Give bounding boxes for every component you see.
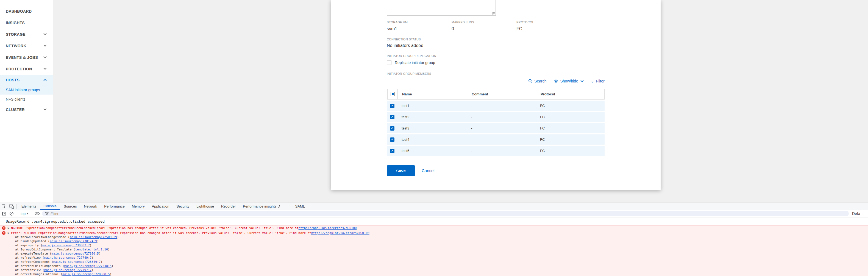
angular-error-link[interactable]: https://angular.io/errors/NG0100: [311, 231, 369, 235]
column-header-name[interactable]: Name: [398, 89, 467, 99]
column-header-comment[interactable]: Comment: [467, 89, 536, 99]
sidebar-item-dashboard[interactable]: DASHBOARD: [0, 5, 53, 17]
stack-source-link[interactable]: main.js:sourcemap:727749:7: [44, 256, 91, 259]
tab-application[interactable]: Application: [148, 203, 173, 210]
replicate-initiator-group-checkbox[interactable]: [387, 60, 392, 65]
tab-memory[interactable]: Memory: [128, 203, 148, 210]
stack-source-link[interactable]: main.js:sourcemap:728988:5: [62, 272, 110, 276]
stack-source-link[interactable]: template.html:1:16: [75, 248, 108, 251]
row-checkbox[interactable]: [390, 149, 395, 153]
context-label: top: [21, 212, 26, 216]
sidebar-item-hosts[interactable]: HOSTS: [0, 75, 53, 85]
storage-vm-label: STORAGE VM: [387, 21, 408, 24]
console-messages: UsageRecord :osm4.igroup.edit.clicked ac…: [0, 217, 868, 276]
live-expression-button[interactable]: [33, 212, 41, 215]
cancel-button[interactable]: Cancel: [422, 168, 435, 173]
table-row[interactable]: test1 - FC: [387, 101, 604, 111]
row-checkbox[interactable]: [390, 115, 395, 119]
console-filter-field[interactable]: [42, 211, 849, 216]
tab-network[interactable]: Network: [81, 203, 101, 210]
search-label: Search: [534, 79, 546, 83]
tab-label: Elements: [22, 204, 36, 209]
row-checkbox[interactable]: [390, 137, 395, 142]
tab-performance[interactable]: Performance: [100, 203, 128, 210]
chevron-down-icon: [43, 44, 46, 47]
textarea-resize-handle[interactable]: [492, 12, 495, 15]
stack-frame-text: at IgroupEditComponent_Template (: [15, 248, 75, 251]
cell-comment: -: [467, 137, 536, 142]
tab-elements[interactable]: Elements: [18, 203, 40, 210]
stack-frame: at ɵɵproperty (main.js:sourcemap:730867:…: [0, 243, 868, 247]
sidebar-item-san-initiator-groups[interactable]: SAN initiator groups: [0, 85, 53, 94]
table-row[interactable]: test3 - FC: [387, 123, 604, 133]
filter-input[interactable]: [51, 212, 133, 216]
row-checkbox[interactable]: [390, 126, 395, 131]
select-all-checkbox[interactable]: [391, 92, 395, 96]
row-checkbox[interactable]: [390, 104, 395, 108]
save-button[interactable]: Save: [387, 165, 415, 176]
console-error-expanded: Error: NG0100: ExpressionChangedAfterItH…: [0, 230, 868, 276]
console-error-message: NG0100: ExpressionChangedAfterItHasBeenC…: [0, 225, 868, 230]
stack-source-link[interactable]: main.js:sourcemap:730867:7: [42, 244, 90, 247]
stack-frame-text: ): [90, 244, 92, 247]
stack-source-link[interactable]: main.js:sourcemap:728849:7: [53, 260, 100, 264]
expand-triangle-icon[interactable]: [8, 231, 9, 235]
sidebar-item-label: PROTECTION: [6, 67, 32, 71]
tab-performance-insights[interactable]: Performance insights: [239, 203, 284, 210]
sidebar-item-cluster[interactable]: CLUSTER: [0, 104, 53, 115]
funnel-icon: [45, 212, 49, 216]
chevron-down-icon: [580, 79, 583, 82]
stack-frame-text: ): [99, 252, 101, 255]
comment-textarea[interactable]: [387, 0, 496, 16]
filter-button[interactable]: Filter: [590, 79, 604, 83]
search-button[interactable]: Search: [528, 79, 546, 83]
inspect-element-button[interactable]: [0, 203, 8, 210]
sidebar-item-nfs-clients[interactable]: NFS clients: [0, 94, 53, 104]
edit-initiator-group-modal: STORAGE VM MAPPED LUNS PROTOCOL svm1 0 F…: [331, 0, 661, 190]
cell-protocol: FC: [536, 104, 604, 108]
stack-frame: at detectChangesInternal (main.js:source…: [0, 272, 868, 276]
filter-lines-icon: [590, 79, 594, 83]
sidebar-item-network[interactable]: NETWORK: [0, 40, 53, 52]
device-toolbar-button[interactable]: [8, 203, 16, 210]
sidebar-item-storage[interactable]: STORAGE: [0, 29, 53, 40]
device-toolbar-icon: [9, 204, 14, 209]
stack-source-link[interactable]: main.js:sourcemap:727860:5: [51, 252, 99, 255]
expand-triangle-icon[interactable]: [8, 227, 9, 229]
table-row[interactable]: test5 - FC: [387, 146, 604, 156]
context-selector[interactable]: top ▾: [18, 212, 31, 216]
sidebar-item-label: INSIGHTS: [6, 21, 25, 25]
sidebar-item-events-jobs[interactable]: EVENTS & JOBS: [0, 52, 53, 63]
console-log-message: UsageRecord :osm4.igroup.edit.clicked ac…: [0, 217, 868, 225]
column-header-protocol[interactable]: Protocol: [536, 89, 604, 99]
replicate-checkbox-label: Replicate initiator group: [395, 60, 435, 65]
members-section-label: INITIATOR GROUP MEMBERS: [387, 72, 431, 75]
tab-saml[interactable]: SAML: [291, 203, 308, 210]
tab-console[interactable]: Console: [40, 203, 60, 210]
sidebar-subitem-label: NFS clients: [6, 97, 26, 102]
show-hide-button[interactable]: Show/hide: [554, 79, 583, 83]
stack-source-link[interactable]: main.js:sourcemap:730174:9: [50, 240, 97, 243]
tab-label: Lighthouse: [196, 204, 214, 209]
stack-source-link[interactable]: main.js:sourcemap:725090:9: [70, 235, 117, 239]
angular-error-link[interactable]: https://angular.io/errors/NG0100: [299, 226, 357, 230]
protocol-value: FC: [517, 26, 522, 31]
sidebar-item-protection[interactable]: PROTECTION: [0, 63, 53, 75]
console-sidebar-toggle-button[interactable]: [0, 212, 8, 216]
stack-frame-text: at refreshChildComponents (: [15, 264, 64, 268]
sidebar-subitem-label: SAN initiator groups: [6, 88, 40, 92]
stack-source-link[interactable]: main.js:sourcemap:727797:7: [44, 268, 91, 272]
stack-source-link[interactable]: main.js:sourcemap:727548:5: [64, 264, 112, 268]
sidebar-item-insights[interactable]: INSIGHTS: [0, 17, 53, 29]
table-row[interactable]: test2 - FC: [387, 112, 604, 122]
tab-lighthouse[interactable]: Lighthouse: [193, 203, 218, 210]
stack-frame-text: at executeTemplate (: [15, 252, 51, 255]
default-levels-dropdown[interactable]: Defa: [852, 212, 860, 216]
clear-console-button[interactable]: [8, 212, 16, 216]
tab-label: Network: [84, 204, 97, 209]
tab-security[interactable]: Security: [173, 203, 193, 210]
chevron-down-icon: [43, 107, 46, 110]
tab-recorder[interactable]: Recorder: [218, 203, 239, 210]
tab-sources[interactable]: Sources: [60, 203, 81, 210]
table-row[interactable]: test4 - FC: [387, 134, 604, 145]
